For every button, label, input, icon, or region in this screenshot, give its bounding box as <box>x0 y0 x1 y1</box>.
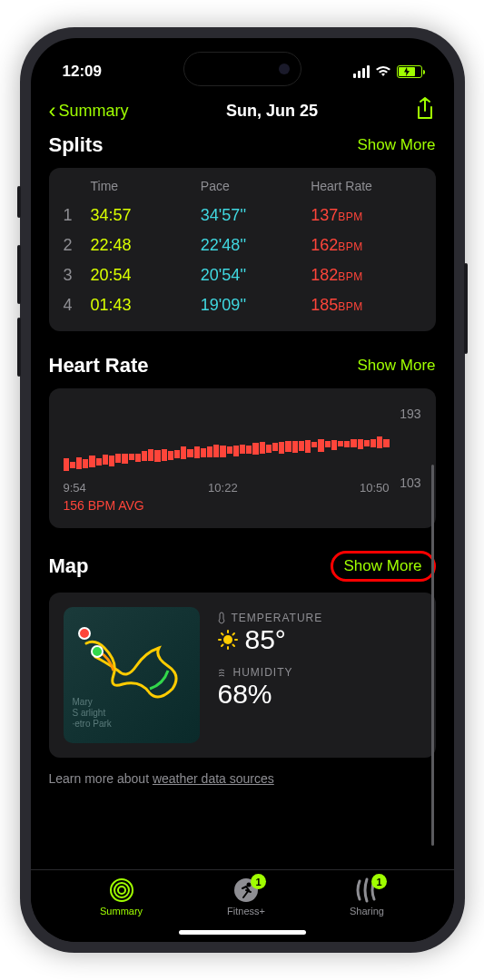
map-thumbnail[interactable]: MaryS arlight·etro Park <box>64 607 200 743</box>
sun-icon <box>218 630 238 650</box>
split-hr: 185BPM <box>311 296 420 315</box>
split-num: 4 <box>64 296 91 315</box>
splits-col-pace: Pace <box>201 179 311 193</box>
split-num: 1 <box>64 206 91 225</box>
back-label: Summary <box>59 102 129 121</box>
svg-point-0 <box>223 635 232 644</box>
battery-icon <box>397 65 422 78</box>
split-hr: 137BPM <box>311 206 420 225</box>
split-num: 3 <box>64 266 91 285</box>
mute-switch <box>17 186 21 218</box>
split-time: 34:57 <box>91 206 201 225</box>
volume-up-button <box>17 245 21 304</box>
content-area[interactable]: Splits Show More Time Pace Heart Rate 1 … <box>31 133 454 874</box>
splits-row: 4 01:43 19'09'' 185BPM <box>64 290 421 320</box>
screen: 12:09 ‹ Summary Sun, Jun 25 <box>31 38 454 942</box>
map-section: Map Show More MaryS arlight·etro Park <box>49 551 436 786</box>
split-time: 20:54 <box>91 266 201 285</box>
heart-rate-section: Heart Rate Show More 193 103 9:5410:2210… <box>49 354 436 528</box>
weather-info: TEMPERATURE <box>218 607 421 743</box>
splits-card: Time Pace Heart Rate 1 34:57 34'57'' 137… <box>49 168 436 331</box>
split-num: 2 <box>64 236 91 255</box>
humidity-label: HUMIDITY <box>218 666 421 679</box>
svg-line-6 <box>232 645 234 647</box>
temperature-label: TEMPERATURE <box>218 612 421 624</box>
split-pace: 19'09'' <box>201 296 311 315</box>
signal-icon <box>353 65 370 78</box>
hr-time-label: 9:54 <box>64 481 86 495</box>
chevron-left-icon: ‹ <box>49 98 56 123</box>
heart-rate-card[interactable]: 193 103 9:5410:2210:50 156 BPM AVG <box>49 388 436 528</box>
svg-line-5 <box>222 633 223 635</box>
split-pace: 20'54'' <box>201 266 311 285</box>
tab-summary[interactable]: Summary <box>100 877 143 916</box>
hr-min-value: 103 <box>400 475 420 490</box>
splits-col-time: Time <box>91 179 201 193</box>
status-time: 12:09 <box>63 63 102 81</box>
svg-point-10 <box>114 883 129 897</box>
phone-frame: 12:09 ‹ Summary Sun, Jun 25 <box>20 27 465 953</box>
fitness-badge: 1 <box>251 874 266 889</box>
wifi-icon <box>375 65 391 78</box>
share-button[interactable] <box>415 97 435 124</box>
heart-rate-chart: 193 103 9:5410:2210:50 156 BPM AVG <box>64 399 421 517</box>
heart-rate-title: Heart Rate <box>49 354 149 377</box>
splits-col-hr: Heart Rate <box>311 179 420 193</box>
dynamic-island <box>183 52 301 86</box>
status-icons <box>353 65 422 78</box>
svg-point-11 <box>118 887 125 894</box>
split-hr: 162BPM <box>311 236 420 255</box>
split-time: 01:43 <box>91 296 201 315</box>
sharing-badge: 1 <box>371 874 387 889</box>
svg-line-8 <box>232 633 234 635</box>
tab-fitness[interactable]: 1 Fitness+ <box>227 877 265 916</box>
rings-icon <box>109 877 134 903</box>
temperature-value: 85° <box>218 624 421 655</box>
map-title: Map <box>49 554 89 578</box>
map-show-more-button[interactable]: Show More <box>331 551 436 582</box>
humidity-value: 68% <box>218 679 421 710</box>
map-park-label: MaryS arlight·etro Park <box>73 697 112 730</box>
hr-avg-label: 156 BPM AVG <box>64 498 421 513</box>
hr-time-label: 10:50 <box>360 481 390 495</box>
thermometer-icon <box>218 612 227 624</box>
splits-row: 1 34:57 34'57'' 137BPM <box>64 201 421 230</box>
splits-show-more-button[interactable]: Show More <box>358 136 436 154</box>
tab-sharing[interactable]: 1 Sharing <box>350 877 384 916</box>
splits-section: Splits Show More Time Pace Heart Rate 1 … <box>49 133 436 331</box>
tab-sharing-label: Sharing <box>350 906 384 916</box>
route-start-icon <box>91 645 104 658</box>
route-end-icon <box>78 627 91 640</box>
map-card[interactable]: MaryS arlight·etro Park TEMPERATURE <box>49 593 436 758</box>
splits-title: Splits <box>49 133 104 157</box>
nav-bar: ‹ Summary Sun, Jun 25 <box>31 88 454 133</box>
page-title: Sun, Jun 25 <box>226 102 318 121</box>
split-pace: 34'57'' <box>201 206 311 225</box>
splits-row: 2 22:48 22'48'' 162BPM <box>64 230 421 260</box>
humidity-icon <box>218 667 229 678</box>
power-button <box>464 263 468 354</box>
heart-rate-show-more-button[interactable]: Show More <box>358 357 436 375</box>
scroll-indicator[interactable] <box>431 465 434 846</box>
tab-fitness-label: Fitness+ <box>227 906 265 916</box>
split-hr: 182BPM <box>311 266 420 285</box>
volume-down-button <box>17 318 21 377</box>
tab-summary-label: Summary <box>100 906 143 916</box>
splits-row: 3 20:54 20'54'' 182BPM <box>64 260 421 290</box>
svg-line-7 <box>222 645 223 647</box>
weather-data-link[interactable]: Learn more about weather data sources <box>49 771 436 786</box>
hr-time-label: 10:22 <box>208 481 238 495</box>
back-button[interactable]: ‹ Summary <box>49 98 129 123</box>
split-pace: 22'48'' <box>201 236 311 255</box>
split-time: 22:48 <box>91 236 201 255</box>
hr-max-value: 193 <box>400 407 420 421</box>
home-indicator[interactable] <box>179 930 306 935</box>
